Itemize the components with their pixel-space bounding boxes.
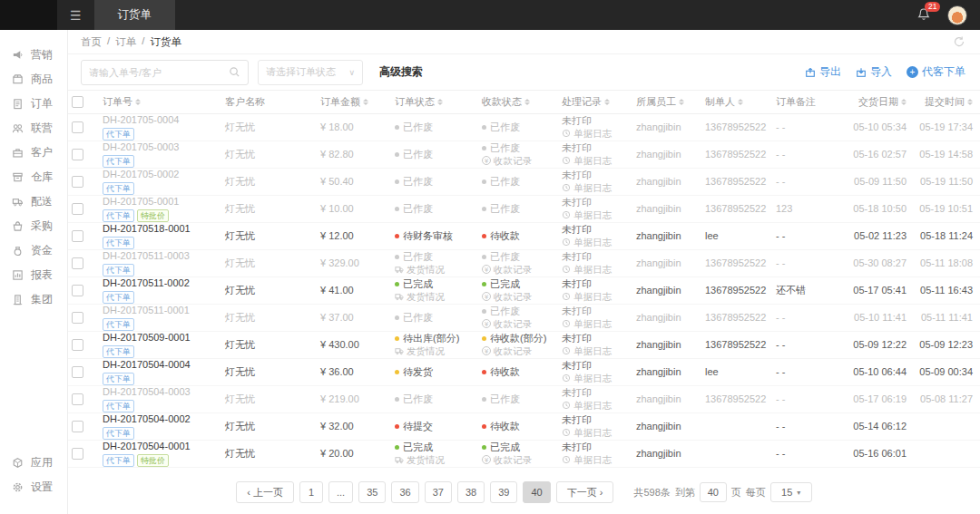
row-checkbox[interactable] (72, 285, 83, 296)
search-icon[interactable] (229, 66, 240, 78)
row-checkbox[interactable] (72, 312, 83, 324)
sort-icon[interactable] (604, 99, 610, 105)
page-button-36[interactable]: 36 (391, 481, 418, 503)
prev-page-button[interactable]: ‹ 上一页 (236, 481, 294, 503)
status-sub-link[interactable]: 发货情况 (395, 454, 478, 466)
row-checkbox[interactable] (72, 121, 83, 133)
status-sub-link[interactable]: ¥收款记录 (482, 264, 558, 276)
hamburger-menu-icon[interactable]: ☰ (57, 8, 94, 23)
log-link[interactable]: 单据日志 (562, 427, 632, 439)
refresh-icon[interactable] (953, 35, 965, 48)
status-sub-link[interactable]: ¥收款记录 (482, 155, 558, 167)
column-header[interactable]: 交货日期 (847, 91, 916, 113)
import-button[interactable]: 导入 (856, 64, 892, 80)
page-button-37[interactable]: 37 (425, 481, 452, 503)
proxy-order-button[interactable]: + 代客下单 (906, 64, 965, 80)
order-number-link[interactable]: DH-20170511-0001 (103, 305, 221, 316)
select-all-checkbox[interactable] (72, 96, 83, 108)
order-number-link[interactable]: DH-20170518-0001 (103, 223, 221, 235)
page-ellipsis-button[interactable]: ... (328, 481, 353, 503)
sidebar-item-funds[interactable]: 资金 (0, 238, 67, 263)
order-number-link[interactable]: DH-201705-0001 (103, 196, 221, 208)
log-link[interactable]: 单据日志 (562, 400, 632, 412)
sort-icon[interactable] (901, 99, 906, 105)
order-number-link[interactable]: DH-201705-0003 (103, 141, 221, 153)
avatar[interactable] (947, 5, 967, 25)
sidebar-item-customer[interactable]: 客户 (0, 141, 67, 165)
sort-icon[interactable] (363, 99, 368, 105)
next-page-button[interactable]: 下一页 › (556, 481, 614, 503)
log-link[interactable]: 单据日志 (562, 345, 632, 357)
order-number-link[interactable]: DH-20170504-0001 (103, 441, 221, 452)
log-link[interactable]: 单据日志 (562, 264, 632, 276)
jump-page-input[interactable] (700, 482, 727, 502)
sidebar-item-alliance[interactable]: 联营 (0, 116, 67, 141)
order-number-link[interactable]: DH-20170511-0003 (103, 250, 221, 262)
sort-icon[interactable] (437, 99, 443, 105)
tab-order-form[interactable]: 订货单 (94, 0, 176, 30)
order-number-link[interactable]: DH-20170509-0001 (103, 332, 221, 344)
row-checkbox[interactable] (72, 448, 83, 460)
page-button-40[interactable]: 40 (523, 481, 550, 503)
row-checkbox[interactable] (72, 149, 83, 160)
status-sub-link[interactable]: ¥收款记录 (482, 454, 558, 466)
log-link[interactable]: 单据日志 (562, 291, 632, 303)
sidebar-item-marketing[interactable]: 营销 (0, 43, 67, 67)
sidebar-item-delivery[interactable]: 配送 (0, 189, 67, 214)
page-button-1[interactable]: 1 (299, 481, 323, 503)
sort-icon[interactable] (738, 99, 743, 105)
row-checkbox[interactable] (72, 176, 83, 188)
sidebar-item-apps[interactable]: 应用 (0, 451, 67, 475)
status-sub-link[interactable]: ¥收款记录 (482, 345, 558, 357)
sort-icon[interactable] (679, 99, 684, 105)
sort-icon[interactable] (524, 99, 530, 105)
log-link[interactable]: 单据日志 (562, 373, 632, 384)
sidebar-item-settings[interactable]: 设置 (0, 475, 67, 499)
page-button-35[interactable]: 35 (358, 481, 386, 503)
column-header[interactable]: 所属员工 (632, 91, 701, 113)
sidebar-item-order[interactable]: 订单 (0, 92, 67, 116)
column-header[interactable]: 制单人 (701, 91, 772, 113)
column-header[interactable]: 订单状态 (391, 91, 478, 113)
sort-icon[interactable] (967, 99, 973, 105)
export-button[interactable]: 导出 (805, 64, 841, 80)
log-link[interactable]: 单据日志 (562, 182, 632, 194)
row-checkbox[interactable] (72, 393, 83, 405)
column-header[interactable]: 提交时间 (916, 91, 980, 113)
column-header[interactable]: 订单金额 (317, 91, 391, 113)
log-link[interactable]: 单据日志 (562, 155, 632, 167)
row-checkbox[interactable] (72, 230, 83, 242)
breadcrumb-item[interactable]: 订单 (115, 35, 136, 49)
log-link[interactable]: 单据日志 (562, 318, 632, 330)
log-link[interactable]: 单据日志 (562, 209, 632, 221)
order-number-link[interactable]: DH-20170504-0004 (103, 359, 221, 371)
column-header[interactable]: 订单号 (99, 91, 221, 113)
status-sub-link[interactable]: 发货情况 (395, 291, 478, 303)
sidebar-item-goods[interactable]: 商品 (0, 67, 67, 92)
search-input[interactable] (89, 67, 229, 78)
order-number-link[interactable]: DH-20170511-0002 (103, 277, 221, 289)
log-link[interactable]: 单据日志 (562, 128, 632, 140)
log-link[interactable]: 单据日志 (562, 454, 632, 466)
sidebar-item-group[interactable]: 集团 (0, 287, 67, 312)
page-button-39[interactable]: 39 (490, 481, 517, 503)
page-button-38[interactable]: 38 (457, 481, 485, 503)
row-checkbox[interactable] (72, 339, 83, 351)
status-sub-link[interactable]: 发货情况 (395, 345, 478, 357)
sidebar-item-purchase[interactable]: 采购 (0, 214, 67, 238)
log-link[interactable]: 单据日志 (562, 237, 632, 248)
order-number-link[interactable]: DH-201705-0002 (103, 169, 221, 180)
column-header[interactable]: 收款状态 (478, 91, 558, 113)
breadcrumb-item[interactable]: 首页 (81, 35, 102, 49)
column-header[interactable]: 处理记录 (558, 91, 632, 113)
row-checkbox[interactable] (72, 366, 83, 378)
order-number-link[interactable]: DH-20170504-0002 (103, 413, 221, 425)
order-status-select[interactable]: 请选择订单状态 ∨ (258, 60, 363, 85)
status-sub-link[interactable]: 发货情况 (395, 264, 478, 276)
sidebar-item-report[interactable]: 报表 (0, 263, 67, 287)
order-number-link[interactable]: DH-20170504-0003 (103, 386, 221, 398)
order-number-link[interactable]: DH-201705-0004 (103, 114, 221, 126)
advanced-search-button[interactable]: 高级搜索 (379, 64, 423, 80)
status-sub-link[interactable]: ¥收款记录 (482, 318, 558, 330)
status-sub-link[interactable]: ¥收款记录 (482, 291, 558, 303)
